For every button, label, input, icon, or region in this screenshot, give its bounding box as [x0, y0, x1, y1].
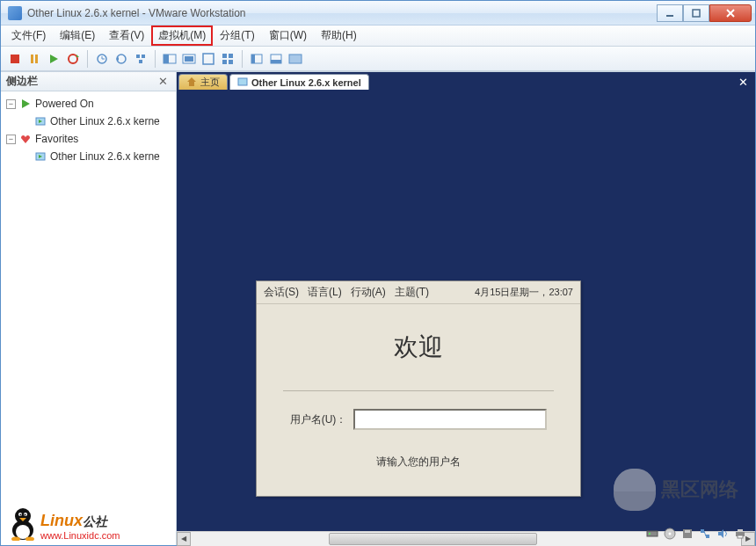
play-icon[interactable] [45, 50, 62, 68]
main-window: Other Linux 2.6.x kernel - VMware Workst… [0, 0, 756, 546]
linux-brand: Linux公社 [40, 512, 120, 530]
tree-label: Powered On [35, 98, 94, 110]
sidebar-title: 侧边栏 [6, 74, 156, 89]
svg-line-56 [704, 531, 706, 536]
svg-rect-1 [693, 10, 700, 17]
reset-icon[interactable] [64, 50, 82, 68]
linux-url: www.Linuxidc.com [40, 530, 120, 541]
login-panel: 会话(S) 语言(L) 行动(A) 主题(T) 4月15日星期一，23:07 欢… [256, 280, 581, 497]
svg-point-8 [69, 55, 77, 63]
login-body: 欢迎 用户名(U)： 请输入您的用户名 [257, 304, 580, 496]
collapse-icon[interactable]: − [6, 99, 16, 109]
tab-strip: 主页 Other Linux 2.6.x kernel ✕ [177, 72, 755, 91]
login-menu-lang[interactable]: 语言(L) [308, 285, 342, 300]
status-icons [645, 527, 747, 541]
login-menu-theme[interactable]: 主题(T) [395, 285, 429, 300]
svg-rect-19 [164, 55, 169, 63]
svg-marker-32 [22, 99, 30, 108]
svg-marker-9 [76, 55, 79, 57]
snapshot-manager-icon[interactable] [132, 50, 149, 68]
tree-item-vm1[interactable]: Other Linux 2.6.x kerne [3, 113, 174, 130]
power-off-icon[interactable] [6, 50, 24, 68]
menu-file[interactable]: 文件(F) [4, 25, 53, 46]
vm-icon [237, 76, 248, 89]
unity-icon[interactable] [219, 50, 236, 68]
svg-marker-57 [718, 529, 723, 538]
pause-icon[interactable] [25, 50, 43, 68]
mushroom-icon [614, 469, 656, 511]
network-icon[interactable] [698, 527, 712, 541]
svg-rect-16 [142, 55, 145, 58]
menu-edit[interactable]: 编辑(E) [53, 25, 102, 46]
svg-point-51 [669, 533, 672, 535]
tab-vm[interactable]: Other Linux 2.6.x kernel [229, 74, 369, 90]
view-toolbar-icon[interactable] [287, 50, 304, 68]
collapse-icon[interactable]: − [6, 135, 16, 144]
svg-rect-54 [701, 529, 704, 533]
svg-rect-15 [136, 55, 140, 58]
window-title: Other Linux 2.6.x kernel - VMware Workst… [27, 7, 657, 19]
sidebar: 侧边栏 ✕ − Powered On Other Linux 2.6.x ker… [1, 72, 177, 545]
home-icon [186, 76, 197, 89]
tree-label: Other Linux 2.6.x kerne [50, 115, 160, 127]
svg-rect-24 [229, 54, 233, 58]
svg-rect-31 [289, 55, 302, 63]
fullscreen-icon[interactable] [200, 50, 217, 68]
close-button[interactable] [709, 4, 752, 22]
svg-rect-60 [738, 535, 743, 538]
login-menu-session[interactable]: 会话(S) [264, 285, 299, 300]
scroll-left-icon[interactable]: ◀ [177, 532, 191, 546]
menu-help[interactable]: 帮助(H) [314, 25, 364, 46]
tree-group-favorites[interactable]: − Favorites [3, 130, 174, 148]
divider [283, 390, 554, 391]
maximize-button[interactable] [683, 4, 709, 22]
menu-group[interactable]: 分组(T) [213, 25, 261, 46]
tab-home[interactable]: 主页 [178, 74, 228, 90]
login-datetime: 4月15日星期一，23:07 [475, 286, 573, 299]
printer-icon[interactable] [733, 527, 747, 541]
vm-display[interactable]: 会话(S) 语言(L) 行动(A) 主题(T) 4月15日星期一，23:07 欢… [177, 91, 755, 531]
tree-item-vm2[interactable]: Other Linux 2.6.x kerne [3, 148, 174, 165]
svg-rect-22 [203, 54, 214, 64]
svg-rect-17 [139, 60, 142, 63]
view-console-icon[interactable] [180, 50, 198, 68]
svg-point-44 [25, 514, 26, 516]
svg-point-43 [20, 514, 22, 516]
heart-icon [19, 133, 32, 145]
menu-window[interactable]: 窗口(W) [262, 25, 314, 46]
sound-icon[interactable] [716, 527, 730, 541]
svg-rect-26 [229, 60, 233, 64]
revert-icon[interactable] [113, 50, 130, 68]
menu-vm[interactable]: 虚拟机(M) [151, 25, 213, 46]
vm-icon [34, 150, 47, 163]
svg-rect-37 [238, 78, 247, 85]
snapshot-icon[interactable] [93, 50, 111, 68]
sidebar-header: 侧边栏 ✕ [1, 72, 176, 91]
watermark-right-text: 黑区网络 [661, 477, 738, 503]
tree-group-powered-on[interactable]: − Powered On [3, 95, 174, 113]
separator [155, 50, 156, 68]
tab-label: 主页 [200, 76, 220, 89]
minimize-button[interactable] [657, 4, 683, 22]
penguin-icon [7, 506, 39, 541]
scroll-thumb[interactable] [329, 533, 538, 545]
cd-icon[interactable] [663, 527, 677, 541]
thumbnails-icon[interactable] [267, 50, 285, 68]
login-menu-action[interactable]: 行动(A) [351, 285, 386, 300]
menu-view[interactable]: 查看(V) [102, 25, 151, 46]
sidebar-close-icon[interactable]: ✕ [156, 75, 171, 88]
separator [242, 50, 243, 68]
floppy-icon[interactable] [680, 527, 694, 541]
username-label: 用户名(U)： [290, 412, 347, 427]
username-input[interactable] [353, 409, 547, 430]
app-icon [8, 6, 22, 20]
title-bar: Other Linux 2.6.x kernel - VMware Workst… [1, 1, 755, 25]
tree-label: Favorites [35, 133, 78, 145]
view-summary-icon[interactable] [161, 50, 178, 68]
hdd-icon[interactable] [645, 527, 659, 541]
sidebar-toggle-icon[interactable] [248, 50, 265, 68]
svg-rect-5 [31, 55, 33, 63]
tab-close-icon[interactable]: ✕ [733, 76, 753, 89]
svg-rect-55 [706, 535, 709, 538]
svg-rect-59 [738, 529, 743, 532]
